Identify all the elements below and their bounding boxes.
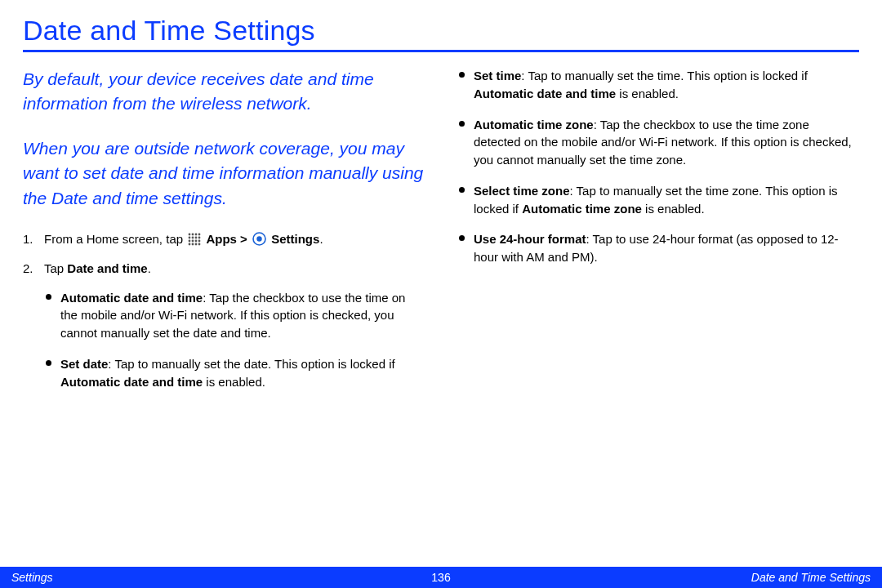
bullet-label: Set time xyxy=(474,69,521,82)
step-2-suffix: . xyxy=(148,261,151,275)
svg-point-7 xyxy=(198,237,201,239)
step-1: From a Home screen, tap Apps > Settings. xyxy=(23,230,425,248)
svg-point-10 xyxy=(195,240,198,243)
step-2-bold: Date and time xyxy=(67,261,147,275)
bullet-set-date: Set date: Tap to manually set the date. … xyxy=(44,355,425,391)
bullet-text: : Tap to manually set the time. This opt… xyxy=(521,69,807,82)
footer-right: Date and Time Settings xyxy=(451,571,871,584)
svg-point-8 xyxy=(189,240,191,243)
bullet-bold2: Automatic date and time xyxy=(60,375,203,389)
svg-point-4 xyxy=(189,237,191,239)
bullet-text2: is enabled. xyxy=(642,202,705,216)
bullet-label: Select time zone xyxy=(474,184,570,198)
svg-point-3 xyxy=(198,234,201,236)
step-1-apps-label: Apps xyxy=(206,232,237,246)
step-2: Tap Date and time. xyxy=(23,260,425,278)
step-1-gt: > xyxy=(237,232,251,246)
content-columns: By default, your device receives date an… xyxy=(23,67,859,403)
left-column: By default, your device receives date an… xyxy=(23,67,425,403)
intro-paragraph-1: By default, your device receives date an… xyxy=(23,67,425,117)
bullet-bold2: Automatic time zone xyxy=(522,202,642,216)
bullet-label: Use 24-hour format xyxy=(474,232,586,246)
step-1-suffix: . xyxy=(319,232,323,246)
svg-point-6 xyxy=(195,237,198,239)
svg-point-9 xyxy=(192,240,194,243)
bullet-auto-time-zone: Automatic time zone: Tap the checkbox to… xyxy=(457,116,859,169)
bullet-text2: is enabled. xyxy=(203,375,265,389)
bullet-label: Automatic time zone xyxy=(474,118,594,131)
step-1-settings-label: Settings xyxy=(271,232,319,246)
svg-point-14 xyxy=(195,243,198,246)
bullet-set-time: Set time: Tap to manually set the time. … xyxy=(457,67,859,103)
settings-gear-icon xyxy=(252,232,266,246)
step-1-text-prefix: From a Home screen, tap xyxy=(44,232,186,246)
bullet-24-hour-format: Use 24-hour format: Tap to use 24-hour f… xyxy=(457,230,859,266)
bullet-text2: is enabled. xyxy=(616,87,679,100)
bullet-text: : Tap to manually set the date. This opt… xyxy=(108,357,394,371)
apps-grid-icon xyxy=(188,233,201,246)
bullet-label: Automatic date and time xyxy=(60,291,203,305)
svg-point-0 xyxy=(189,234,191,236)
bullet-auto-date-time: Automatic date and time: Tap the checkbo… xyxy=(44,289,425,342)
svg-point-2 xyxy=(195,234,198,236)
page-title: Date and Time Settings xyxy=(23,15,859,52)
right-bullets: Set time: Tap to manually set the time. … xyxy=(457,67,859,266)
page-footer: Settings 136 Date and Time Settings xyxy=(0,567,882,588)
left-bullets: Automatic date and time: Tap the checkbo… xyxy=(23,289,425,391)
svg-point-11 xyxy=(198,240,201,243)
intro-paragraph-2: When you are outside network coverage, y… xyxy=(23,136,425,211)
svg-point-13 xyxy=(192,243,194,246)
svg-point-17 xyxy=(256,236,261,241)
svg-point-1 xyxy=(192,234,194,236)
steps-list: From a Home screen, tap Apps > Settings.… xyxy=(23,230,425,278)
svg-point-5 xyxy=(192,237,194,239)
bullet-select-time-zone: Select time zone: Tap to manually set th… xyxy=(457,182,859,218)
bullet-label: Set date xyxy=(60,357,108,371)
svg-point-15 xyxy=(198,243,201,246)
step-2-prefix: Tap xyxy=(44,261,67,275)
footer-page-number: 136 xyxy=(431,571,450,584)
bullet-bold2: Automatic date and time xyxy=(474,87,616,100)
svg-point-12 xyxy=(189,243,191,246)
footer-left: Settings xyxy=(11,571,431,584)
right-column: Set time: Tap to manually set the time. … xyxy=(457,67,859,403)
